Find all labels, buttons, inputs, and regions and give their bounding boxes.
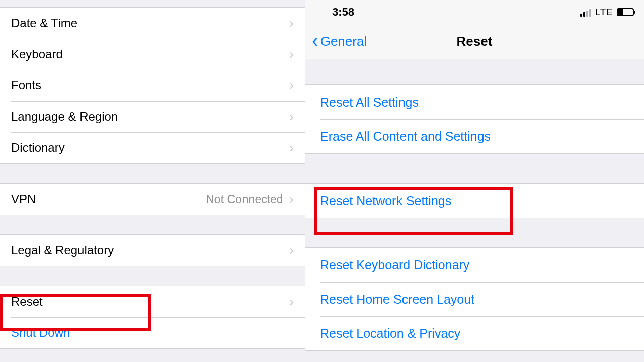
row-reset-all-settings[interactable]: Reset All Settings [305,85,644,119]
chevron-right-icon: › [289,16,294,30]
row-language-region[interactable]: Language & Region › [0,101,305,132]
row-label: Erase All Content and Settings [320,129,629,144]
chevron-right-icon: › [289,295,294,309]
settings-group-reset: Reset › Shut Down [0,286,305,349]
settings-group-vpn: VPN Not Connected › [0,183,305,215]
row-reset-home-layout[interactable]: Reset Home Screen Layout [305,282,644,316]
row-label: Fonts [11,78,289,93]
row-fonts[interactable]: Fonts › [0,70,305,101]
chevron-right-icon: › [289,141,294,155]
reset-group-3: Reset Keyboard Dictionary Reset Home Scr… [305,247,644,351]
chevron-right-icon: › [289,110,294,124]
row-reset-network[interactable]: Reset Network Settings [305,184,644,218]
settings-group-general: Date & Time › Keyboard › Fonts › Languag… [0,7,305,164]
chevron-right-icon: › [289,243,294,257]
signal-icon [580,8,591,17]
row-label: Reset All Settings [320,95,629,110]
row-erase-all[interactable]: Erase All Content and Settings [305,119,644,153]
row-label: VPN [11,192,206,206]
general-settings-pane: Date & Time › Keyboard › Fonts › Languag… [0,0,305,362]
row-shut-down[interactable]: Shut Down [0,317,305,348]
settings-group-legal: Legal & Regulatory › [0,234,305,266]
status-bar: 3:58 LTE [305,0,644,24]
status-time: 3:58 [332,6,354,19]
chevron-right-icon: › [289,78,294,93]
row-label: Reset Keyboard Dictionary [320,258,629,273]
row-label: Reset Network Settings [320,194,629,208]
row-legal[interactable]: Legal & Regulatory › [0,235,305,266]
chevron-right-icon: › [289,192,294,206]
row-label: Reset Home Screen Layout [320,292,629,307]
back-label: General [320,34,367,49]
battery-icon [617,8,634,16]
row-reset[interactable]: Reset › [0,286,305,317]
chevron-right-icon: › [289,47,294,61]
row-dictionary[interactable]: Dictionary › [0,132,305,163]
row-keyboard[interactable]: Keyboard › [0,39,305,70]
row-label: Legal & Regulatory [11,243,289,257]
back-button[interactable]: ‹ General [305,33,367,50]
row-reset-location-privacy[interactable]: Reset Location & Privacy [305,316,644,350]
row-label: Keyboard [11,47,289,61]
row-date-time[interactable]: Date & Time › [0,8,305,39]
reset-settings-pane: 3:58 LTE ‹ General Reset Reset All Setti… [305,0,644,362]
row-label: Reset [11,295,289,309]
network-label: LTE [595,7,613,18]
vpn-status-value: Not Connected [206,193,283,206]
row-reset-keyboard-dict[interactable]: Reset Keyboard Dictionary [305,248,644,282]
reset-group-2: Reset Network Settings [305,183,644,218]
chevron-left-icon: ‹ [312,31,318,50]
row-label: Dictionary [11,141,289,155]
reset-group-1: Reset All Settings Erase All Content and… [305,84,644,154]
row-label: Shut Down [11,326,294,340]
row-label: Date & Time [11,16,289,30]
row-vpn[interactable]: VPN Not Connected › [0,184,305,215]
row-label: Reset Location & Privacy [320,326,629,341]
nav-bar: ‹ General Reset [305,24,644,59]
row-label: Language & Region [11,110,289,124]
